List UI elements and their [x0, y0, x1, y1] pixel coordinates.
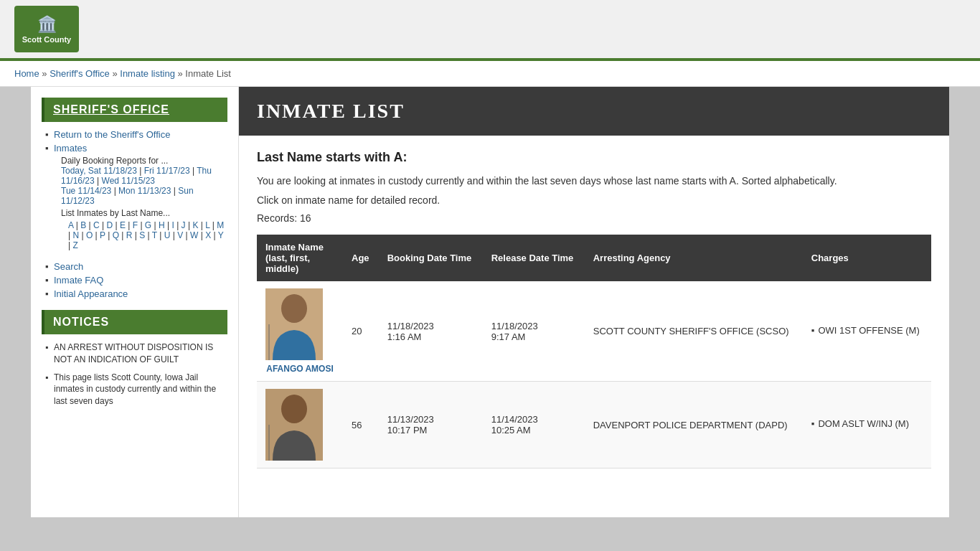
sidebar-nav-main: Return to the Sheriff's Office Inmates D…: [42, 129, 227, 250]
letter-link-c[interactable]: C: [93, 220, 100, 230]
sidebar-item-search[interactable]: Search: [45, 261, 227, 272]
letter-link-m[interactable]: M: [217, 220, 224, 230]
letter-link-x[interactable]: X: [205, 230, 211, 240]
letter-link-d[interactable]: D: [106, 220, 113, 230]
letter-link-g[interactable]: G: [145, 220, 151, 230]
breadcrumb-inmate-listing[interactable]: Inmate listing: [120, 68, 175, 79]
inmate-name-link-1[interactable]: AFANGO AMOSI: [265, 364, 334, 374]
inmate-age-2: 56: [343, 382, 379, 468]
site-header: 🏛️ Scott County: [0, 0, 980, 61]
logo-icon: 🏛️: [37, 15, 57, 34]
inmate-agency-1: SCOTT COUNTY SHERIFF'S OFFICE (SCSO): [585, 281, 803, 382]
content-area: Inmate List Last Name starts with A: You…: [239, 87, 949, 517]
letter-link-y[interactable]: Y: [218, 230, 224, 240]
sidebar: Sheriff's Office Return to the Sheriff's…: [31, 87, 239, 517]
col-header-age: Age: [343, 235, 379, 281]
main-wrapper: Sheriff's Office Return to the Sheriff's…: [31, 87, 949, 517]
notices-list: AN ARREST WITHOUT DISPOSITION IS NOT AN …: [42, 342, 227, 408]
inmate-booking-2: 11/13/2023 10:17 PM: [379, 382, 483, 468]
letter-link-s[interactable]: S: [139, 230, 145, 240]
letter-link-t[interactable]: T: [152, 230, 157, 240]
sidebar-faq-link[interactable]: Inmate FAQ: [54, 275, 103, 286]
sidebar-daily-booking: Daily Booking Reports for ... Today, Sat…: [54, 156, 227, 206]
letter-link-f[interactable]: F: [133, 220, 138, 230]
letter-link-n[interactable]: N: [72, 230, 79, 240]
inmate-age-1: 20: [343, 281, 379, 382]
sidebar-nav-extra: Search Inmate FAQ Initial Appearance: [42, 261, 227, 299]
letter-link-r[interactable]: R: [126, 230, 133, 240]
booking-tue[interactable]: Tue 11/14/23: [61, 186, 111, 196]
sidebar-item-return[interactable]: Return to the Sheriff's Office: [45, 129, 227, 140]
inmate-charges-1: OWI 1ST OFFENSE (M): [803, 281, 931, 382]
letter-link-p[interactable]: P: [100, 230, 105, 240]
description-line1: You are looking at inmates in custody cu…: [257, 174, 931, 189]
letter-link-i[interactable]: I: [171, 220, 174, 230]
table-row: 5611/13/2023 10:17 PM11/14/2023 10:25 AM…: [257, 382, 931, 468]
content-body: Last Name starts with A: You are looking…: [239, 150, 949, 483]
notice-item-2: This page lists Scott County, Iowa Jail …: [45, 372, 227, 408]
table-header-row: Inmate Name (last, first, middle) Age Bo…: [257, 235, 931, 281]
inmate-photo-cell-1: AFANGO AMOSI: [257, 281, 343, 382]
col-header-booking: Booking Date Time: [379, 235, 483, 281]
letter-link-o[interactable]: O: [86, 230, 93, 240]
letter-link-w[interactable]: W: [190, 230, 198, 240]
breadcrumb-sheriffs[interactable]: Sheriff's Office: [50, 68, 110, 79]
inmate-booking-1: 11/18/2023 1:16 AM: [379, 281, 483, 382]
breadcrumb-home[interactable]: Home: [14, 68, 39, 79]
booking-mon[interactable]: Mon 11/13/23: [118, 186, 171, 196]
daily-booking-label: Daily Booking Reports for ...: [61, 156, 168, 166]
letter-link-k[interactable]: K: [192, 220, 198, 230]
inmate-photo-cell-2: [257, 382, 343, 468]
letter-link-u[interactable]: U: [164, 230, 171, 240]
breadcrumb-current: Inmate List: [185, 68, 231, 79]
letter-link-v[interactable]: V: [177, 230, 183, 240]
booking-wed[interactable]: Wed 11/15/23: [102, 176, 156, 186]
sidebar-initial-link[interactable]: Initial Appearance: [54, 288, 128, 299]
letter-link-e[interactable]: E: [120, 220, 126, 230]
sidebar-list-by-name: List Inmates by Last Name... A | B | C |…: [54, 208, 227, 250]
sidebar-item-faq[interactable]: Inmate FAQ: [45, 275, 227, 286]
site-logo: 🏛️ Scott County: [14, 6, 79, 52]
logo-area[interactable]: 🏛️ Scott County: [14, 6, 79, 52]
table-row: AFANGO AMOSI2011/18/2023 1:16 AM11/18/20…: [257, 281, 931, 382]
svg-point-1: [281, 294, 307, 323]
logo-text: Scott County: [22, 35, 71, 44]
letter-link-a[interactable]: A: [68, 220, 73, 230]
sidebar-section-sheriffs: Sheriff's Office: [42, 98, 227, 122]
letter-link-l[interactable]: L: [205, 220, 209, 230]
booking-fri[interactable]: Fri 11/17/23: [144, 166, 190, 176]
page-title: Inmate List: [257, 100, 931, 123]
notice-item-1: AN ARREST WITHOUT DISPOSITION IS NOT AN …: [45, 342, 227, 366]
letter-link-b[interactable]: B: [80, 220, 86, 230]
inmate-charges-2: DOM ASLT W/INJ (M): [803, 382, 931, 468]
col-header-agency: Arresting Agency: [585, 235, 803, 281]
inmate-agency-2: DAVENPORT POLICE DEPARTMENT (DAPD): [585, 382, 803, 468]
breadcrumb: Home » Sheriff's Office » Inmate listing…: [0, 61, 980, 87]
sidebar-letters: A | B | C | D | E | F | G | H | I | J | …: [61, 220, 227, 250]
list-by-name-label: List Inmates by Last Name...: [61, 208, 170, 218]
description-line2: Click on inmate name for detailed record…: [257, 193, 931, 208]
breadcrumb-sep1: »: [42, 68, 50, 79]
letter-link-h[interactable]: H: [159, 220, 165, 230]
sidebar-sheriffs-link[interactable]: Sheriff's Office: [53, 103, 169, 116]
inmate-table: Inmate Name (last, first, middle) Age Bo…: [257, 235, 931, 468]
booking-today[interactable]: Today, Sat 11/18/23: [61, 166, 137, 176]
sidebar-search-link[interactable]: Search: [54, 261, 83, 272]
charge-item: OWI 1ST OFFENSE (M): [811, 325, 923, 336]
col-header-release: Release Date Time: [483, 235, 585, 281]
sidebar-item-inmates[interactable]: Inmates Daily Booking Reports for ... To…: [45, 143, 227, 250]
col-header-charges: Charges: [803, 235, 931, 281]
letter-link-q[interactable]: Q: [113, 230, 119, 240]
letter-link-z[interactable]: Z: [72, 240, 77, 250]
sidebar-inmates-link[interactable]: Inmates: [54, 143, 87, 154]
breadcrumb-sep2: »: [112, 68, 120, 79]
records-count: Records: 16: [257, 212, 931, 224]
svg-point-4: [281, 395, 307, 423]
inmate-release-1: 11/18/2023 9:17 AM: [483, 281, 585, 382]
inmate-release-2: 11/14/2023 10:25 AM: [483, 382, 585, 468]
sidebar-item-initial-appearance[interactable]: Initial Appearance: [45, 288, 227, 299]
sidebar-return-link[interactable]: Return to the Sheriff's Office: [54, 129, 170, 140]
content-header: Inmate List: [239, 87, 949, 136]
letter-link-j[interactable]: J: [182, 220, 186, 230]
section-heading: Last Name starts with A:: [257, 150, 931, 165]
